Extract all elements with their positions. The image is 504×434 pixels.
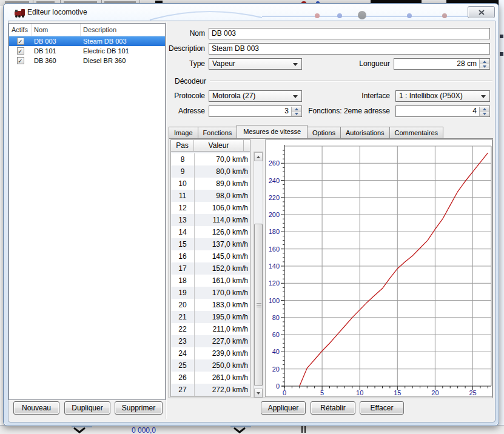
titlebar[interactable]: Editeur locomotive bbox=[4, 4, 498, 21]
table-row[interactable]: 870,0 km/h bbox=[171, 153, 250, 165]
background-right-strip bbox=[499, 0, 504, 434]
spin-buttons bbox=[479, 107, 489, 116]
step-cell: 19 bbox=[171, 287, 195, 299]
table-row[interactable]: 1089,0 km/h bbox=[171, 178, 250, 190]
decodeur-group-label: Décodeur bbox=[175, 77, 211, 85]
table-row[interactable]: 20183,0 km/h bbox=[171, 299, 250, 311]
table-row[interactable]: 19170,0 km/h bbox=[171, 287, 250, 299]
scroll-up-button[interactable] bbox=[254, 152, 263, 161]
checkbox-checked[interactable]: ✓ bbox=[17, 47, 24, 55]
value-cell: 152,0 km/h bbox=[195, 262, 250, 275]
speed-chart-panel: 0204060801001201401601802002202402600510… bbox=[265, 139, 492, 397]
value-cell: 227,0 km/h bbox=[195, 335, 250, 347]
table-row[interactable]: 25250,0 km/h bbox=[171, 359, 250, 372]
table-row[interactable]: 12106,0 km/h bbox=[171, 202, 250, 214]
adresse-stepper[interactable]: 3 bbox=[209, 105, 302, 117]
loco-name: DB 101 bbox=[32, 46, 81, 56]
table-row[interactable]: 23227,0 km/h bbox=[171, 335, 250, 347]
value-cell: 145,0 km/h bbox=[195, 250, 250, 262]
checkbox-checked[interactable]: ✓ bbox=[17, 38, 24, 45]
value-cell: 70,0 km/h bbox=[195, 153, 250, 165]
spin-buttons bbox=[479, 59, 489, 68]
value-cell: 137,0 km/h bbox=[195, 238, 250, 250]
decodeur-group-line bbox=[210, 81, 492, 81]
description-input[interactable]: Steam DB 003 bbox=[209, 43, 490, 55]
tab-bar: Image Fonctions Mesures de vitesse Optio… bbox=[169, 125, 443, 138]
spin-down-button[interactable] bbox=[480, 64, 489, 68]
svg-text:60: 60 bbox=[272, 331, 280, 338]
spin-down-button[interactable] bbox=[480, 112, 489, 116]
scrollbar-grip bbox=[257, 305, 261, 305]
dupliquer-button[interactable]: Dupliquer bbox=[64, 401, 110, 415]
triangle-up-icon bbox=[257, 156, 260, 158]
background-mark bbox=[500, 35, 503, 38]
locomotive-list-header: Actifs Nom Description bbox=[9, 24, 165, 36]
tab-image[interactable]: Image bbox=[169, 127, 198, 138]
tab-commentaires[interactable]: Commentaires bbox=[389, 127, 444, 138]
table-row[interactable]: 24239,0 km/h bbox=[171, 347, 250, 359]
column-header-nom[interactable]: Nom bbox=[32, 24, 81, 36]
value-cell: 250,0 km/h bbox=[195, 359, 250, 372]
supprimer-button[interactable]: Supprimer bbox=[115, 401, 163, 415]
fonctions-adresse-stepper[interactable]: 4 bbox=[395, 105, 490, 117]
speed-chart: 0204060801001201401601802002202402600510… bbox=[266, 140, 492, 396]
table-row[interactable]: 980,0 km/h bbox=[171, 165, 250, 178]
table-row[interactable]: 21195,0 km/h bbox=[171, 311, 250, 323]
appliquer-button[interactable]: Appliquer bbox=[261, 401, 306, 415]
retablir-button[interactable]: Rétablir bbox=[311, 401, 355, 415]
column-header-pas: Pas bbox=[171, 140, 194, 151]
scrollbar-thumb[interactable] bbox=[254, 224, 263, 386]
table-row[interactable]: 15137,0 km/h bbox=[171, 238, 250, 250]
table-row[interactable]: 1198,0 km/h bbox=[171, 190, 250, 202]
table-row[interactable]: 13114,0 km/h bbox=[171, 214, 250, 226]
step-cell: 12 bbox=[171, 202, 195, 214]
steps-table-header: Pas Valeur bbox=[170, 139, 250, 152]
table-row[interactable]: 18161,0 km/h bbox=[171, 275, 250, 287]
column-header-actifs[interactable]: Actifs bbox=[9, 24, 32, 36]
fonctions-adresse-label: Fonctions: 2eme adresse bbox=[291, 107, 390, 115]
tab-fonctions[interactable]: Fonctions bbox=[198, 127, 238, 138]
value-cell: 161,0 km/h bbox=[195, 275, 250, 287]
longueur-stepper[interactable]: 28 cm bbox=[394, 58, 490, 70]
spin-up-button[interactable] bbox=[480, 107, 489, 112]
table-row[interactable]: 26261,0 km/h bbox=[171, 372, 250, 384]
step-cell: 26 bbox=[171, 372, 195, 384]
steps-table-scrollbar[interactable] bbox=[254, 152, 263, 398]
tab-options[interactable]: Options bbox=[307, 127, 341, 138]
table-row[interactable]: 27272,0 km/h bbox=[171, 384, 250, 396]
nouveau-button[interactable]: Nouveau bbox=[13, 401, 59, 415]
table-row[interactable]: 16145,0 km/h bbox=[171, 250, 250, 262]
locomotive-list: Actifs Nom Description ✓ DB 003 Steam DB… bbox=[8, 23, 166, 400]
list-item-db101[interactable]: ✓ DB 101 Electric DB 101 bbox=[9, 46, 165, 56]
close-button[interactable] bbox=[468, 6, 495, 18]
svg-text:200: 200 bbox=[269, 211, 280, 218]
loco-name: DB 360 bbox=[32, 56, 81, 65]
step-cell: 11 bbox=[171, 190, 195, 202]
type-select[interactable]: Vapeur bbox=[209, 58, 302, 70]
table-row[interactable]: 14126,0 km/h bbox=[171, 226, 250, 238]
value-cell: 126,0 km/h bbox=[195, 226, 250, 238]
value-cell: 211,0 km/h bbox=[195, 323, 250, 335]
protocole-value: Motorola (27) bbox=[212, 92, 255, 100]
chevron-down-icon bbox=[73, 427, 86, 433]
tab-mesures-de-vitesse[interactable]: Mesures de vitesse bbox=[237, 125, 307, 138]
scroll-down-button[interactable] bbox=[254, 389, 263, 398]
checkbox-checked[interactable]: ✓ bbox=[17, 57, 24, 64]
table-row[interactable]: 22211,0 km/h bbox=[171, 323, 250, 335]
protocole-select[interactable]: Motorola (27) bbox=[209, 90, 302, 102]
loco-name: DB 003 bbox=[32, 36, 81, 46]
step-cell: 13 bbox=[171, 214, 195, 226]
interface-select[interactable]: 1 : Intellibox (P50X) bbox=[395, 90, 490, 102]
step-cell: 27 bbox=[171, 384, 195, 396]
step-cell: 14 bbox=[171, 226, 195, 238]
interface-value: 1 : Intellibox (P50X) bbox=[399, 92, 463, 100]
table-row[interactable]: 17152,0 km/h bbox=[171, 262, 250, 275]
list-item-db360[interactable]: ✓ DB 360 Diesel BR 360 bbox=[9, 56, 165, 65]
nom-input[interactable]: DB 003 bbox=[209, 28, 490, 39]
adresse-value: 3 bbox=[284, 107, 289, 115]
effacer-button[interactable]: Effacer bbox=[360, 401, 404, 415]
spin-up-button[interactable] bbox=[480, 59, 489, 64]
list-item-db003[interactable]: ✓ DB 003 Steam DB 003 bbox=[9, 36, 165, 46]
value-cell: 114,0 km/h bbox=[195, 214, 250, 226]
tab-autorisations[interactable]: Autorisations bbox=[340, 127, 390, 138]
